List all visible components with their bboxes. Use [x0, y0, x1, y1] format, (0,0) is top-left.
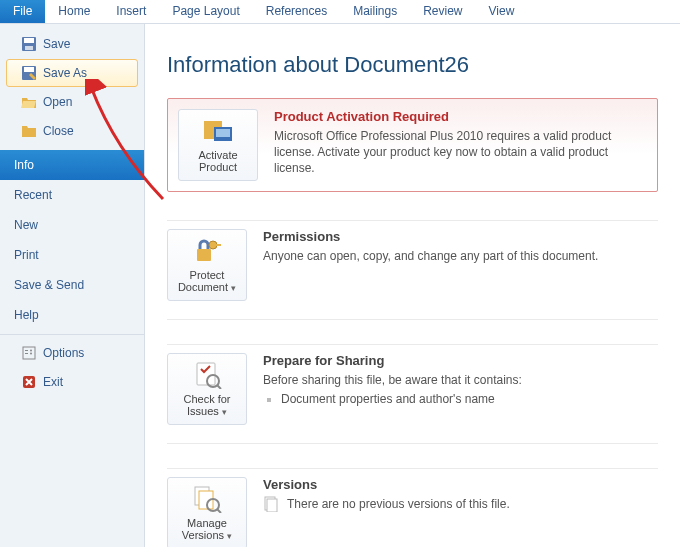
sidebar-item-open[interactable]: Open — [6, 88, 138, 116]
activation-heading: Product Activation Required — [274, 109, 645, 124]
svg-line-23 — [217, 509, 221, 513]
svg-rect-5 — [23, 347, 35, 359]
tab-file[interactable]: File — [0, 0, 45, 23]
svg-rect-14 — [197, 249, 211, 261]
tab-references[interactable]: References — [253, 0, 340, 23]
tile-label: Check for — [183, 393, 230, 405]
sidebar-cat-print[interactable]: Print — [0, 240, 144, 270]
svg-rect-6 — [25, 350, 28, 351]
tile-label: Document — [178, 281, 228, 293]
sidebar-cat-recent[interactable]: Recent — [0, 180, 144, 210]
sidebar-item-close[interactable]: Close — [6, 117, 138, 145]
svg-rect-4 — [24, 67, 34, 72]
permissions-text: Anyone can open, copy, and change any pa… — [263, 248, 658, 264]
sidebar-item-label: Save — [43, 37, 70, 51]
svg-point-8 — [30, 350, 32, 352]
sidebar-item-options[interactable]: Options — [6, 339, 138, 367]
svg-rect-16 — [215, 244, 221, 246]
backstage-sidebar: Save Save As Open Close Info Recent New … — [0, 24, 145, 547]
chevron-down-icon: ▾ — [222, 407, 227, 417]
svg-rect-25 — [267, 499, 277, 512]
tab-home[interactable]: Home — [45, 0, 103, 23]
document-version-icon — [263, 496, 279, 512]
activate-product-button[interactable]: ActivateProduct — [178, 109, 258, 181]
versions-heading: Versions — [263, 477, 658, 492]
tile-label: Manage — [187, 517, 227, 529]
activation-text: Microsoft Office Professional Plus 2010 … — [274, 128, 645, 177]
tile-label: Activate — [198, 149, 237, 161]
svg-rect-17 — [197, 363, 215, 385]
sidebar-item-save[interactable]: Save — [6, 30, 138, 58]
save-as-icon — [21, 65, 37, 81]
sidebar-item-exit[interactable]: Exit — [6, 368, 138, 396]
protect-document-icon — [191, 237, 223, 265]
section-permissions: ProtectDocument ▾ Permissions Anyone can… — [167, 220, 658, 320]
svg-rect-2 — [25, 46, 33, 50]
exit-icon — [21, 374, 37, 390]
list-item: Document properties and author's name — [281, 392, 658, 406]
sidebar-item-label: Open — [43, 95, 72, 109]
tile-label: Issues — [187, 405, 219, 417]
options-icon — [21, 345, 37, 361]
chevron-down-icon: ▾ — [227, 531, 232, 541]
svg-rect-7 — [25, 353, 28, 354]
versions-text: There are no previous versions of this f… — [287, 497, 510, 511]
section-sharing: Check forIssues ▾ Prepare for Sharing Be… — [167, 344, 658, 444]
svg-rect-1 — [24, 38, 34, 43]
page-title: Information about Document26 — [167, 52, 658, 78]
svg-point-9 — [30, 353, 32, 355]
sidebar-cat-new[interactable]: New — [0, 210, 144, 240]
section-activation: ActivateProduct Product Activation Requi… — [167, 98, 658, 192]
save-icon — [21, 36, 37, 52]
sidebar-item-label: Close — [43, 124, 74, 138]
chevron-down-icon: ▾ — [231, 283, 236, 293]
tab-insert[interactable]: Insert — [103, 0, 159, 23]
tab-review[interactable]: Review — [410, 0, 475, 23]
tile-label: Versions — [182, 529, 224, 541]
close-icon — [21, 123, 37, 139]
sidebar-cat-help[interactable]: Help — [0, 300, 144, 330]
svg-rect-13 — [216, 129, 230, 137]
activate-product-icon — [202, 117, 234, 145]
tile-label: Product — [199, 161, 237, 173]
sidebar-item-label: Options — [43, 346, 84, 360]
sharing-heading: Prepare for Sharing — [263, 353, 658, 368]
sidebar-cat-save-send[interactable]: Save & Send — [0, 270, 144, 300]
sidebar-item-label: Save As — [43, 66, 87, 80]
backstage-main: Information about Document26 ActivatePro… — [145, 24, 680, 547]
sidebar-item-save-as[interactable]: Save As — [6, 59, 138, 87]
permissions-heading: Permissions — [263, 229, 658, 244]
tab-mailings[interactable]: Mailings — [340, 0, 410, 23]
check-for-issues-button[interactable]: Check forIssues ▾ — [167, 353, 247, 425]
svg-line-19 — [217, 385, 221, 389]
sidebar-item-label: Exit — [43, 375, 63, 389]
ribbon-tabs: File Home Insert Page Layout References … — [0, 0, 680, 24]
tab-page-layout[interactable]: Page Layout — [159, 0, 252, 23]
sidebar-separator — [0, 334, 144, 335]
section-versions: ManageVersions ▾ Versions There are no p… — [167, 468, 658, 547]
tab-view[interactable]: View — [476, 0, 528, 23]
manage-versions-icon — [191, 485, 223, 513]
tile-label: Protect — [190, 269, 225, 281]
check-for-issues-icon — [191, 361, 223, 389]
protect-document-button[interactable]: ProtectDocument ▾ — [167, 229, 247, 301]
open-icon — [21, 94, 37, 110]
sharing-list: Document properties and author's name — [263, 392, 658, 406]
manage-versions-button[interactable]: ManageVersions ▾ — [167, 477, 247, 547]
sidebar-cat-info[interactable]: Info — [0, 150, 144, 180]
sharing-text: Before sharing this file, be aware that … — [263, 372, 658, 388]
